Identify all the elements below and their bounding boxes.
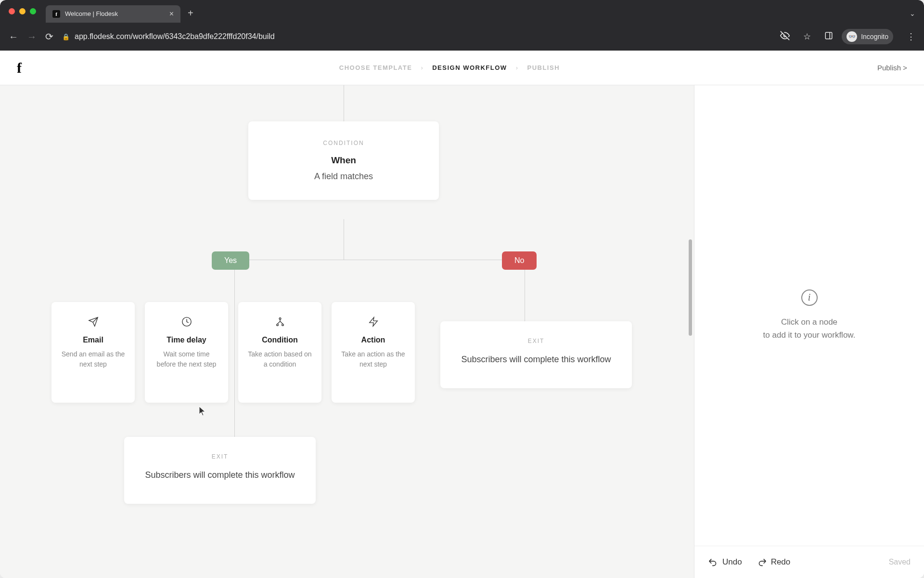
exit-node[interactable]: EXIT Subscribers will complete this work…: [124, 437, 316, 504]
incognito-icon: 👓: [847, 31, 857, 42]
breadcrumb-choose-template[interactable]: CHOOSE TEMPLATE: [339, 64, 412, 71]
eye-off-icon[interactable]: [780, 31, 790, 43]
step-description: Send an email as the next step: [60, 349, 126, 369]
node-description: A field matches: [263, 171, 424, 182]
breadcrumb-publish[interactable]: PUBLISH: [527, 64, 560, 71]
window-controls[interactable]: [9, 8, 36, 14]
step-title: Email: [83, 336, 103, 344]
svg-point-4: [279, 318, 281, 320]
condition-node[interactable]: CONDITION When A field matches: [248, 121, 439, 200]
saved-status: Saved: [889, 558, 911, 566]
chevron-right-icon: ›: [421, 64, 424, 71]
yes-branch-pill[interactable]: Yes: [212, 251, 249, 270]
sidebar-panel: i Click on a node to add it to your work…: [694, 85, 924, 578]
url-text: app.flodesk.com/workflow/6343c2ba9dfe222…: [75, 32, 275, 41]
step-option-action[interactable]: Action Take an action as the next step: [332, 302, 415, 403]
step-description: Take action based on a condition: [247, 349, 313, 369]
incognito-label: Incognito: [861, 33, 888, 40]
step-description: Take an action as the next step: [340, 349, 406, 369]
new-tab-button[interactable]: +: [188, 8, 193, 19]
clock-icon: [181, 316, 192, 327]
step-title: Action: [361, 336, 385, 344]
minimize-window-icon[interactable]: [19, 8, 26, 14]
lock-icon: 🔒: [62, 33, 70, 40]
maximize-window-icon[interactable]: [30, 8, 36, 14]
step-option-time-delay[interactable]: Time delay Wait some time before the nex…: [145, 302, 228, 403]
logo[interactable]: f: [17, 60, 22, 76]
connector-line: [344, 219, 344, 260]
exit-text: Subscribers will complete this workflow: [139, 469, 301, 482]
node-title: When: [263, 155, 424, 166]
breadcrumb: CHOOSE TEMPLATE › DESIGN WORKFLOW › PUBL…: [339, 64, 560, 71]
breadcrumb-design-workflow[interactable]: DESIGN WORKFLOW: [432, 64, 507, 71]
close-window-icon[interactable]: [9, 8, 15, 14]
exit-text: Subscribers will complete this workflow: [455, 353, 617, 366]
workflow-canvas[interactable]: CONDITION When A field matches Yes No Em…: [0, 85, 694, 578]
chevron-right-icon: ›: [516, 64, 519, 71]
address-bar[interactable]: 🔒 app.flodesk.com/workflow/6343c2ba9dfe2…: [62, 32, 767, 41]
connector-line: [234, 260, 525, 260]
star-icon[interactable]: ☆: [803, 31, 811, 42]
undo-button[interactable]: Undo: [708, 557, 742, 567]
node-type-label: EXIT: [139, 453, 301, 460]
favicon-icon: f: [52, 10, 60, 18]
scrollbar[interactable]: [689, 239, 692, 336]
browser-tab[interactable]: f Welcome | Flodesk ×: [46, 5, 180, 23]
svg-marker-7: [369, 317, 377, 326]
chevron-down-icon[interactable]: ⌄: [910, 10, 915, 17]
node-type-label: CONDITION: [263, 140, 424, 146]
incognito-badge[interactable]: 👓 Incognito: [842, 29, 893, 44]
paper-plane-icon: [88, 316, 99, 327]
redo-icon: [757, 557, 767, 567]
panel-icon[interactable]: [824, 31, 833, 42]
undo-label: Undo: [722, 557, 742, 567]
cursor-icon: [199, 407, 207, 419]
back-button[interactable]: ←: [9, 31, 18, 42]
step-type-selector: Email Send an email as the next step Tim…: [51, 302, 415, 403]
step-title: Condition: [262, 336, 298, 344]
redo-button[interactable]: Redo: [757, 557, 791, 567]
reload-button[interactable]: ⟳: [45, 31, 53, 42]
forward-button[interactable]: →: [27, 31, 37, 42]
step-option-condition[interactable]: Condition Take action based on a conditi…: [238, 302, 321, 403]
sidebar-hint: Click on a node to add it to your workfl…: [763, 315, 856, 342]
redo-label: Redo: [771, 557, 791, 567]
svg-rect-1: [825, 32, 832, 39]
svg-point-6: [282, 324, 283, 326]
step-description: Wait some time before the next step: [154, 349, 219, 369]
menu-button[interactable]: ⋮: [907, 31, 915, 42]
tab-title: Welcome | Flodesk: [65, 10, 165, 17]
info-icon: i: [801, 289, 818, 306]
publish-button[interactable]: Publish >: [877, 64, 907, 72]
no-branch-pill[interactable]: No: [502, 251, 537, 270]
step-title: Time delay: [167, 336, 206, 344]
svg-point-5: [276, 324, 278, 326]
branch-icon: [275, 316, 285, 327]
undo-icon: [708, 557, 719, 567]
lightning-icon: [368, 316, 379, 327]
connector-line: [344, 85, 344, 121]
node-type-label: EXIT: [455, 338, 617, 344]
close-tab-icon[interactable]: ×: [169, 10, 174, 18]
exit-node[interactable]: EXIT Subscribers will complete this work…: [440, 321, 632, 388]
step-option-email[interactable]: Email Send an email as the next step: [51, 302, 135, 403]
